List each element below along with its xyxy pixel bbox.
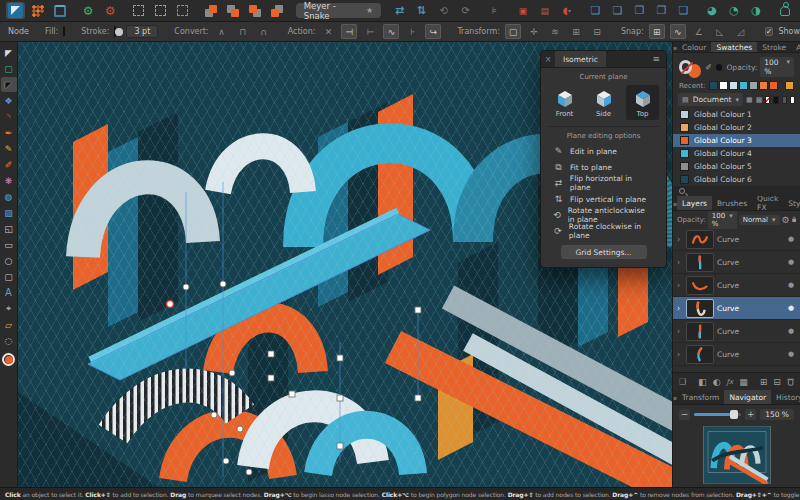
grid-view-icon[interactable]: ▦ — [746, 96, 753, 104]
convert-smart-button[interactable]: ∩ — [256, 24, 272, 39]
recent-swatch[interactable] — [719, 81, 728, 90]
paint-mixer-tool[interactable]: ❋ — [1, 173, 17, 188]
snap-option-button-5[interactable]: ◿ — [733, 24, 749, 39]
layer-row[interactable]: › Curve ● — [673, 343, 800, 366]
layer-row[interactable]: › Curve ● — [673, 251, 800, 274]
select-lasso-button[interactable] — [173, 2, 192, 19]
node-tool[interactable]: ◤ — [1, 77, 17, 92]
expand-icon[interactable]: › — [677, 327, 683, 336]
move-tool[interactable]: ◤ — [1, 45, 17, 60]
tab-layers[interactable]: Layers — [677, 196, 712, 210]
order-forward-button[interactable] — [224, 2, 243, 19]
flip-horizontal-in-plane-option[interactable]: ⇄ Flip horizontal in plane — [541, 175, 666, 191]
swatch-category-dropdown[interactable]: ▤ Document ▾ — [678, 93, 743, 106]
tab-brushes[interactable]: Brushes — [712, 196, 752, 210]
delete-layer-icon[interactable] — [787, 377, 794, 386]
snap-option-button-3[interactable]: ∠ — [691, 24, 707, 39]
edit-in-plane-option[interactable]: ✎ Edit in plane — [541, 143, 666, 159]
layer-row[interactable]: › Curve ● — [673, 320, 800, 343]
black-swatch[interactable] — [773, 96, 778, 104]
account-button[interactable] — [775, 2, 794, 19]
visibility-dot[interactable]: ● — [788, 281, 797, 289]
alignment-button[interactable]: ⊧ — [485, 2, 504, 19]
layer-row[interactable]: › Curve ● — [673, 228, 800, 251]
export-persona-button[interactable] — [50, 2, 69, 19]
snapping-button[interactable]: ◖▾ — [557, 2, 576, 19]
zoom-out-button[interactable]: − — [679, 409, 690, 420]
snap-option-button-2[interactable]: ∿ — [670, 24, 686, 39]
visibility-dot[interactable]: ● — [788, 350, 797, 358]
vector-brush-tool[interactable]: ✐ — [1, 157, 17, 172]
boolean-intersect-button[interactable]: ◑ — [746, 2, 765, 19]
tab-colour[interactable]: Colour — [677, 42, 711, 52]
rounded-rectangle-tool[interactable]: ▢ — [1, 269, 17, 284]
corner-tool[interactable]: ◝ — [1, 109, 17, 124]
selection-node[interactable] — [183, 281, 421, 475]
select-same-button[interactable] — [129, 2, 148, 19]
boolean-subtract-button[interactable]: ◔ — [724, 2, 743, 19]
group-layer-icon[interactable]: ⊟ — [773, 377, 781, 387]
tab-swatches[interactable]: Swatches — [711, 42, 757, 52]
zoom-tool[interactable]: ◌ — [1, 333, 17, 348]
transform-mode-button-4[interactable]: ⊞ — [568, 24, 584, 39]
convert-smooth-button[interactable]: ⊓ — [235, 24, 251, 39]
action-sculpt-button[interactable]: ↪ — [425, 24, 441, 39]
ellipse-tool[interactable]: ○ — [1, 253, 17, 268]
no-colour-swatch[interactable] — [765, 96, 770, 104]
flip-vertical-in-plane-option[interactable]: ⇅ Flip vertical in plane — [541, 191, 666, 207]
crop-tool[interactable]: ◱ — [1, 221, 17, 236]
table-icon[interactable]: ▦ — [739, 377, 748, 387]
swatch-row[interactable]: Global Colour 5 — [673, 160, 800, 173]
style-picker-tool[interactable]: ▱ — [1, 317, 17, 332]
swatch-row[interactable]: Global Colour 4 — [673, 147, 800, 160]
insert-behind-button[interactable]: ❏ — [586, 2, 605, 19]
pencil-tool[interactable]: ✎ — [1, 141, 17, 156]
stroke-width-value[interactable]: 3 pt — [126, 25, 158, 38]
recent-swatch[interactable] — [709, 81, 718, 90]
point-transform-tool[interactable]: ❖ — [1, 93, 17, 108]
fx-icon[interactable]: ƒx — [727, 378, 734, 386]
grid-settings-button[interactable]: Grid Settings... — [561, 245, 647, 259]
rotate-clockwise-option[interactable]: ⟳ Rotate clockwise in plane — [541, 223, 666, 239]
expand-icon[interactable]: › — [677, 350, 683, 359]
visibility-dot[interactable]: ● — [788, 258, 797, 266]
swatch-row-selected[interactable]: Global Colour 3 — [673, 134, 800, 147]
tab-styles[interactable]: Styles — [783, 196, 800, 210]
tab-history[interactable]: History — [771, 390, 800, 404]
select-object-button[interactable] — [151, 2, 170, 19]
edit-all-layers-button[interactable]: ❏ — [674, 2, 693, 19]
zoom-value[interactable]: 150 % — [760, 409, 794, 420]
action-reverse-button[interactable]: ⊦ — [404, 24, 420, 39]
flip-horizontal-button[interactable]: ⇄ — [390, 2, 409, 19]
opacity-dropdown[interactable]: 100 % ▾ — [760, 57, 794, 77]
isometric-panel-tab[interactable]: Isometric — [555, 51, 606, 67]
order-backward-button[interactable] — [246, 2, 265, 19]
convert-sharp-button[interactable]: ∧ — [214, 24, 230, 39]
swatch-row[interactable]: Global Colour 1 — [673, 108, 800, 121]
visibility-dot[interactable]: ● — [788, 327, 797, 335]
gear-green-button[interactable]: ⚙ — [79, 2, 98, 19]
tab-navigator[interactable]: Navigator — [724, 390, 771, 404]
recent-swatch[interactable] — [759, 81, 768, 90]
star-icon[interactable]: ★ — [366, 6, 373, 15]
swatch-row[interactable]: Global Colour 2 — [673, 121, 800, 134]
recent-swatch[interactable] — [769, 81, 778, 90]
rectangle-tool[interactable]: ▭ — [1, 237, 17, 252]
close-icon[interactable]: × — [541, 55, 555, 64]
tab-transform[interactable]: Transform — [677, 390, 724, 404]
recent-swatch[interactable] — [739, 81, 748, 90]
tab-quickfx[interactable]: Quick FX — [752, 196, 783, 210]
insert-inside-button[interactable]: ❐ — [630, 2, 649, 19]
lock-icon[interactable] — [792, 215, 796, 224]
plane-top-button[interactable]: Top — [626, 85, 659, 120]
white-swatch[interactable] — [790, 96, 795, 104]
boolean-add-button[interactable]: ◕ — [702, 2, 721, 19]
pixel-persona-button[interactable] — [28, 2, 47, 19]
layers-opacity-dropdown[interactable]: 100 % ▾ — [708, 211, 737, 229]
panel-menu-icon[interactable]: ≡ — [646, 54, 666, 64]
action-break-button[interactable]: ✕ — [320, 24, 336, 39]
show-orientation-checkbox[interactable]: ✓ — [765, 27, 774, 36]
options-icon[interactable]: ▩ — [756, 96, 763, 104]
transform-mode-button-3[interactable]: ≋ — [547, 24, 563, 39]
snap-option-button-1[interactable]: ⊞ — [649, 24, 665, 39]
